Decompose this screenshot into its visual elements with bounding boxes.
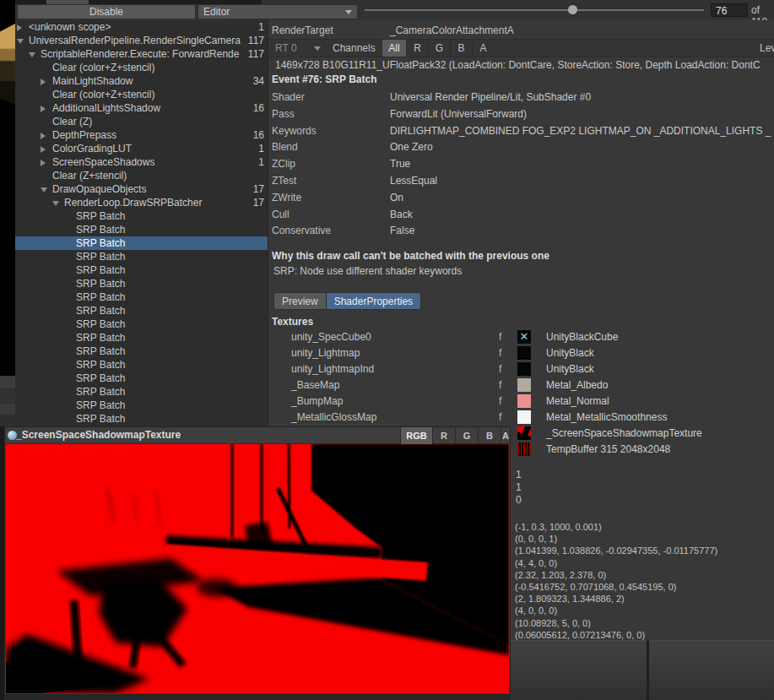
channel-button-a[interactable]: A bbox=[472, 40, 494, 57]
tree-row[interactable]: MainLightShadow34 bbox=[15, 74, 268, 88]
tree-row[interactable]: Clear (color+Z+stencil) bbox=[15, 88, 268, 101]
tab-preview[interactable]: Preview bbox=[273, 292, 327, 310]
tree-row[interactable]: UniversalRenderPipeline.RenderSingleCame… bbox=[15, 34, 268, 47]
tree-row[interactable]: SRP Batch bbox=[15, 304, 268, 317]
tree-row[interactable]: SRP Batch bbox=[15, 209, 268, 223]
foldout-down-icon[interactable] bbox=[17, 39, 24, 44]
levels-label: Levels bbox=[760, 41, 774, 55]
texture-thumbnail-shadowmap[interactable] bbox=[517, 426, 531, 440]
texture-thumbnail-normal[interactable] bbox=[517, 394, 531, 408]
shader-state-value: False bbox=[390, 223, 414, 240]
debug-target-dropdown[interactable]: Editor bbox=[198, 4, 358, 19]
channel-button-r[interactable]: R bbox=[406, 40, 428, 57]
preview-channel-g[interactable]: G bbox=[455, 427, 478, 444]
texture-name: Metal_Normal bbox=[546, 393, 609, 410]
tree-row[interactable]: SRP Batch bbox=[15, 290, 268, 304]
preview-channel-b[interactable]: B bbox=[478, 427, 501, 444]
preview-channel-a[interactable]: A bbox=[501, 427, 510, 444]
preview-texture-name: _ScreenSpaceShadowmapTexture bbox=[16, 429, 181, 441]
tree-row[interactable]: SRP Batch bbox=[15, 412, 268, 426]
event-number-field[interactable]: 76 bbox=[711, 3, 748, 17]
tree-row[interactable]: SRP Batch bbox=[15, 277, 268, 290]
tree-row[interactable]: <unknown scope>1 bbox=[15, 20, 268, 34]
tree-row[interactable]: SRP Batch bbox=[15, 358, 268, 372]
tree-row[interactable]: ColorGradingLUT1 bbox=[15, 142, 268, 155]
texture-row: _MetallicGlossMapfMetal_MetallicSmoothne… bbox=[268, 410, 774, 426]
tree-row[interactable]: SRP Batch bbox=[15, 399, 268, 412]
vector-value: (2.32, 1.203, 2.378, 0) bbox=[515, 569, 717, 581]
shader-state-value: Back bbox=[390, 207, 413, 224]
tree-row[interactable]: SRP Batch bbox=[15, 263, 268, 277]
panel-divider bbox=[647, 640, 649, 700]
tree-item-label: ScreenSpaceShadows bbox=[52, 155, 154, 169]
foldout-down-icon[interactable] bbox=[41, 187, 47, 193]
float-values-list: 110 bbox=[516, 469, 522, 507]
texture-thumbnail-blackcube[interactable]: ✕ bbox=[517, 330, 531, 344]
batch-break-reason: SRP: Node use different shader keywords bbox=[273, 265, 462, 277]
tree-row[interactable]: SRP Batch bbox=[15, 250, 268, 263]
texture-thumbnail-albedo[interactable] bbox=[517, 378, 531, 392]
event-slider[interactable] bbox=[365, 0, 704, 20]
texture-thumbnail-black[interactable] bbox=[517, 346, 531, 360]
shader-state-label: Shader bbox=[272, 91, 305, 103]
texture-property-name: _BumpMap bbox=[291, 393, 343, 410]
tree-row[interactable]: AdditionalLightsShadow16 bbox=[15, 101, 268, 115]
foldout-down-icon[interactable] bbox=[29, 52, 35, 57]
disable-button[interactable]: Disable bbox=[17, 4, 196, 19]
tree-item-label: SRP Batch bbox=[76, 358, 125, 372]
foldout-down-icon[interactable] bbox=[52, 201, 59, 206]
tree-row[interactable]: SRP Batch bbox=[15, 223, 268, 236]
tree-row[interactable]: RenderLoop.DrawSRPBatcher17 bbox=[15, 196, 268, 209]
debug-target-value: Editor bbox=[203, 6, 230, 18]
foldout-right-icon[interactable] bbox=[41, 106, 46, 112]
tree-row[interactable]: ScriptableRenderer.Execute: ForwardRende… bbox=[15, 47, 268, 61]
foldout-right-icon[interactable] bbox=[41, 160, 46, 166]
shader-state-row: ZWriteOn bbox=[272, 190, 771, 207]
background-window-row bbox=[0, 404, 15, 415]
background-window-row bbox=[0, 376, 15, 388]
texture-thumbnail-metallic[interactable] bbox=[517, 410, 531, 424]
foldout-right-icon[interactable] bbox=[41, 133, 46, 139]
render-target-info: 1469x728 B10G11R11_UFloatPack32 (LoadAct… bbox=[275, 59, 773, 71]
rt-index-dropdown[interactable]: RT 0 bbox=[272, 41, 324, 55]
background-window-row bbox=[0, 388, 15, 404]
foldout-right-icon[interactable] bbox=[41, 146, 46, 153]
shader-state-label: Conservative bbox=[272, 225, 331, 236]
scene-wood-fragment bbox=[0, 24, 15, 105]
shader-state-row: CullBack bbox=[272, 207, 771, 224]
preview-channel-rgb[interactable]: RGB bbox=[400, 427, 432, 444]
channel-button-g[interactable]: G bbox=[428, 40, 450, 57]
preview-title-bar[interactable]: _ScreenSpaceShadowmapTexture RGBRGBA bbox=[5, 427, 510, 444]
tree-row[interactable]: Clear (color+Z+stencil) bbox=[15, 61, 268, 74]
tree-row[interactable]: ScreenSpaceShadows1 bbox=[15, 155, 268, 169]
tree-row[interactable]: SRP Batch bbox=[15, 385, 268, 399]
background-panel-right bbox=[649, 640, 774, 700]
tree-row[interactable]: SRP Batch bbox=[15, 372, 268, 385]
tree-item-label: SRP Batch bbox=[76, 385, 125, 399]
vector-value: (2, 1.809323, 1.344886, 2) bbox=[515, 593, 717, 605]
preview-channel-r[interactable]: R bbox=[432, 427, 455, 444]
tree-row[interactable]: DrawOpaqueObjects17 bbox=[15, 182, 268, 196]
texture-property-name: _MetallicGlossMap bbox=[291, 410, 376, 426]
texture-flag: f bbox=[499, 393, 501, 410]
texture-thumbnail-tempbuffer[interactable] bbox=[517, 442, 531, 456]
shader-state-label: Cull bbox=[272, 209, 290, 220]
channel-button-b[interactable]: B bbox=[450, 40, 472, 57]
foldout-right-icon[interactable] bbox=[17, 24, 22, 31]
tree-row[interactable]: SRP Batch bbox=[15, 331, 268, 345]
tree-row[interactable]: SRP Batch bbox=[15, 345, 268, 358]
texture-thumbnail-black[interactable] bbox=[517, 362, 531, 376]
event-slider-track[interactable] bbox=[365, 9, 704, 11]
tree-item-label: SRP Batch bbox=[76, 223, 125, 236]
event-slider-thumb[interactable] bbox=[568, 5, 577, 14]
tree-row[interactable]: SRP Batch bbox=[15, 236, 268, 250]
foldout-right-icon[interactable] bbox=[41, 79, 46, 85]
tree-row[interactable]: DepthPrepass16 bbox=[15, 128, 268, 142]
tree-item-label: SRP Batch bbox=[76, 290, 125, 304]
tree-row[interactable]: Clear (Z) bbox=[15, 115, 268, 128]
tab-shaderproperties[interactable]: ShaderProperties bbox=[327, 292, 421, 310]
background-window-row bbox=[0, 415, 15, 426]
tree-row[interactable]: Clear (Z+stencil) bbox=[15, 169, 268, 182]
channel-button-all[interactable]: All bbox=[382, 40, 406, 57]
tree-row[interactable]: SRP Batch bbox=[15, 317, 268, 331]
